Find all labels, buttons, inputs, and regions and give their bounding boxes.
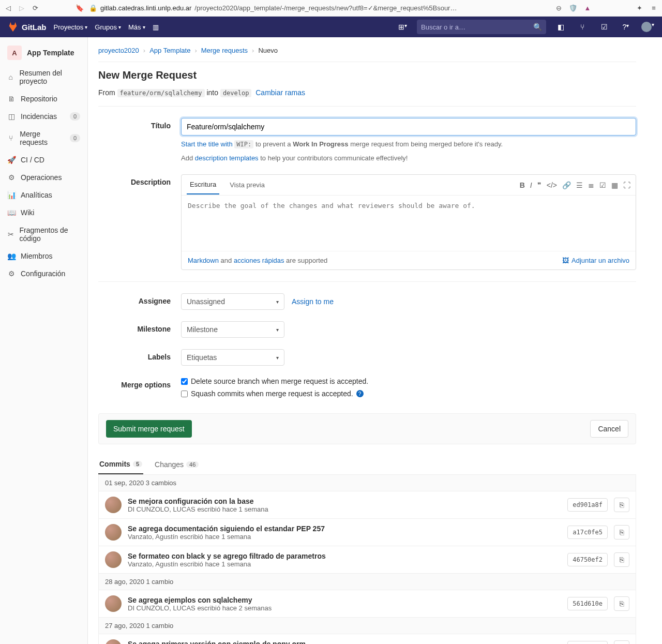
- avatar: [105, 595, 122, 612]
- sidebar-badge: 0: [70, 112, 80, 121]
- ol-icon[interactable]: ≣: [588, 181, 594, 189]
- commit-sha[interactable]: 46750ef2: [567, 553, 608, 566]
- sidebar-item-2[interactable]: ◫Incidencias0: [0, 108, 87, 125]
- sidebar-item-label: Wiki: [21, 208, 34, 217]
- nav-activity-icon[interactable]: ▥: [153, 23, 159, 31]
- forward-icon[interactable]: ▷: [18, 4, 26, 12]
- code-icon[interactable]: </>: [547, 181, 557, 189]
- sidebar-item-10[interactable]: ⚙Configuración: [0, 265, 87, 282]
- labels-select[interactable]: Etiquetas▾: [181, 349, 284, 366]
- nav-grupos[interactable]: Grupos▾: [95, 23, 121, 31]
- sidebar-item-1[interactable]: 🗎Repositorio: [0, 90, 87, 108]
- commit-title[interactable]: Se agega primera versión con ejemplo de …: [128, 640, 561, 645]
- commit-sha[interactable]: ed901a8f: [567, 498, 608, 512]
- commit-sha[interactable]: a9d626f3: [567, 641, 608, 644]
- avatar: [105, 551, 122, 568]
- fullscreen-icon[interactable]: ⛶: [623, 181, 630, 189]
- assignee-select[interactable]: Unassigned▾: [181, 293, 284, 310]
- members-icon: 👥: [7, 252, 16, 260]
- brave-icon[interactable]: ▲: [583, 4, 592, 12]
- label-merge-options: Merge options: [98, 377, 181, 402]
- assign-to-me-link[interactable]: Assign to me: [292, 297, 334, 306]
- todos-icon[interactable]: ☑: [597, 23, 611, 31]
- help-icon[interactable]: ?: [356, 390, 364, 397]
- tab-preview[interactable]: Vista previa: [227, 176, 268, 194]
- squash-checkbox[interactable]: [181, 391, 188, 397]
- delete-branch-checkbox[interactable]: [181, 378, 188, 385]
- crumb-1[interactable]: App Template: [149, 47, 190, 54]
- milestone-select[interactable]: Milestone▾: [181, 321, 284, 338]
- copy-sha-button[interactable]: ⎘: [614, 498, 629, 512]
- commit-sha[interactable]: a17c0fe5: [567, 526, 608, 539]
- template-hint: Add description templates to help your c…: [181, 153, 636, 163]
- commit-meta: Vanzato, Agustín escribió hace 1 semana: [128, 560, 561, 568]
- chevron-down-icon: ▾: [276, 327, 279, 333]
- description-editor: Escritura Vista previa B I ❞ </> 🔗 ☰ ≣ ☑…: [181, 174, 636, 270]
- target-branch: develop: [220, 89, 252, 97]
- commit-title[interactable]: Se agrega ejemplos con sqlalchemy: [128, 596, 561, 604]
- sidebar-item-9[interactable]: 👥Miembros: [0, 247, 87, 265]
- nav-proyectos[interactable]: Proyectos▾: [54, 23, 88, 31]
- copy-sha-button[interactable]: ⎘: [614, 640, 629, 644]
- gitlab-logo[interactable]: GitLab: [7, 21, 47, 33]
- back-icon[interactable]: ◁: [4, 4, 12, 12]
- sidebar-item-6[interactable]: 📊Analíticas: [0, 186, 87, 204]
- table-icon[interactable]: ▦: [611, 181, 618, 189]
- copy-sha-button[interactable]: ⎘: [614, 596, 629, 611]
- chevron-down-icon: ▾: [276, 355, 279, 361]
- label-assignee: Assignee: [98, 293, 181, 310]
- crumb-0[interactable]: proyecto2020: [98, 47, 139, 54]
- quote-icon[interactable]: ❞: [537, 181, 541, 189]
- shield-icon[interactable]: 🛡️: [569, 4, 577, 12]
- url-bar[interactable]: 🔒 gitlab.catedras.linti.unlp.edu.ar/proy…: [89, 4, 549, 12]
- help-icon[interactable]: ?▾: [619, 23, 633, 31]
- copy-sha-button[interactable]: ⎘: [614, 552, 629, 567]
- tab-commits[interactable]: Commits5: [98, 455, 143, 474]
- merge-requests-icon[interactable]: ⑂: [575, 23, 590, 31]
- avatar: [105, 497, 122, 513]
- global-search[interactable]: 🔍: [417, 20, 546, 34]
- issues-icon[interactable]: ◧: [553, 23, 568, 31]
- link-icon[interactable]: 🔗: [562, 181, 571, 189]
- extensions-icon[interactable]: ✦: [635, 4, 643, 12]
- commit-title[interactable]: Se mejora configuración con la base: [128, 497, 561, 505]
- user-avatar[interactable]: ▾: [640, 22, 655, 32]
- sidebar-item-5[interactable]: ⚙Operaciones: [0, 169, 87, 186]
- copy-sha-button[interactable]: ⎘: [614, 525, 629, 540]
- commit-title[interactable]: Se agrega documentación siguiendo el est…: [128, 525, 561, 533]
- sidebar-item-0[interactable]: ⌂Resumen del proyecto: [0, 64, 87, 90]
- issue-icon: ◫: [7, 112, 16, 121]
- title-input[interactable]: [181, 118, 636, 136]
- sidebar-item-7[interactable]: 📖Wiki: [0, 204, 87, 221]
- zoom-out-icon[interactable]: ⊖: [554, 4, 563, 12]
- italic-icon[interactable]: I: [530, 181, 532, 189]
- commit-title[interactable]: Se formateo con black y se agrego filtra…: [128, 552, 561, 560]
- commit-sha[interactable]: 561d610e: [567, 597, 608, 610]
- plus-icon[interactable]: ⊞▾: [395, 23, 410, 31]
- tab-changes[interactable]: Changes46: [154, 455, 200, 474]
- cancel-button[interactable]: Cancel: [590, 420, 628, 438]
- search-input[interactable]: [421, 23, 533, 31]
- project-header[interactable]: A App Template: [0, 41, 87, 64]
- description-textarea[interactable]: [188, 202, 629, 243]
- page-title: New Merge Request: [98, 69, 636, 81]
- url-path: /proyecto2020/app_template/-/merge_reque…: [194, 4, 457, 12]
- sidebar-item-4[interactable]: 🚀CI / CD: [0, 151, 87, 169]
- menu-icon[interactable]: ≡: [650, 4, 658, 12]
- task-icon[interactable]: ☑: [599, 181, 606, 189]
- ul-icon[interactable]: ☰: [576, 181, 583, 189]
- avatar: [105, 524, 122, 541]
- sidebar-item-8[interactable]: ✂Fragmentos de código: [0, 221, 87, 247]
- attach-file-link[interactable]: 🖼Adjuntar un archivo: [562, 257, 629, 264]
- commits-count: 5: [133, 461, 142, 467]
- sidebar-item-3[interactable]: ⑂Merge requests0: [0, 125, 87, 151]
- crumb-2[interactable]: Merge requests: [201, 47, 248, 54]
- tab-write[interactable]: Escritura: [187, 175, 219, 194]
- nav-mas[interactable]: Más▾: [128, 23, 145, 31]
- commit-author: DI CUNZOLO, LUCAS: [128, 505, 195, 513]
- reload-icon[interactable]: ⟳: [31, 4, 39, 12]
- bookmark-icon[interactable]: 🔖: [76, 4, 84, 12]
- change-branches-link[interactable]: Cambiar ramas: [255, 88, 305, 97]
- bold-icon[interactable]: B: [520, 181, 525, 189]
- submit-button[interactable]: Submit merge request: [106, 420, 192, 438]
